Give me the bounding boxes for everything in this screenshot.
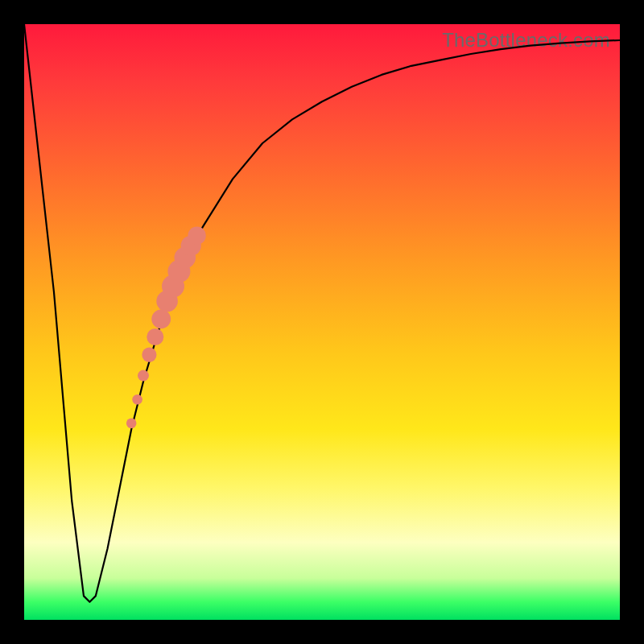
curve-marker bbox=[126, 419, 137, 429]
bottleneck-curve-svg bbox=[24, 24, 620, 620]
curve-marker bbox=[132, 394, 142, 405]
curve-markers bbox=[126, 227, 206, 429]
plot-area: TheBottleneck.com bbox=[24, 24, 620, 620]
chart-frame: TheBottleneck.com bbox=[0, 0, 644, 644]
bottleneck-curve bbox=[24, 24, 620, 602]
curve-marker bbox=[151, 309, 171, 328]
curve-marker bbox=[142, 348, 156, 362]
curve-marker bbox=[147, 328, 163, 345]
curve-marker bbox=[188, 227, 205, 245]
curve-marker bbox=[138, 370, 149, 382]
